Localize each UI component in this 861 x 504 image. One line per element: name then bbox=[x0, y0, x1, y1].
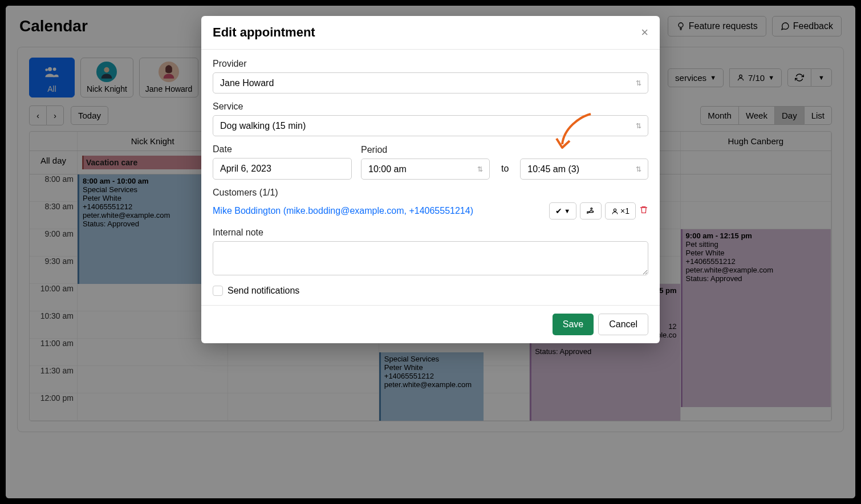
note-label: Internal note bbox=[213, 227, 648, 238]
customer-delete-button[interactable] bbox=[639, 205, 648, 217]
cancel-button[interactable]: Cancel bbox=[598, 314, 648, 335]
user-icon bbox=[611, 208, 619, 215]
send-notifications-label: Send notifications bbox=[228, 286, 299, 296]
note-textarea[interactable] bbox=[213, 241, 648, 275]
customer-payment-button[interactable] bbox=[580, 202, 602, 220]
chevron-down-icon: ▼ bbox=[564, 208, 570, 214]
period-end-select[interactable]: 10:45 am (3) bbox=[520, 158, 648, 180]
service-label: Service bbox=[213, 101, 648, 112]
customer-count-label: ×1 bbox=[620, 206, 629, 216]
save-button[interactable]: Save bbox=[553, 314, 594, 335]
send-notifications-checkbox[interactable] bbox=[213, 286, 223, 296]
provider-label: Provider bbox=[213, 59, 648, 69]
modal-title: Edit appointment bbox=[213, 25, 315, 40]
svg-point-8 bbox=[614, 209, 616, 211]
period-to-label: to bbox=[499, 164, 511, 180]
provider-select[interactable]: Jane Howard bbox=[213, 72, 648, 94]
customers-label: Customers (1/1) bbox=[213, 188, 648, 198]
check-icon: ✔ bbox=[555, 206, 562, 216]
svg-point-7 bbox=[591, 208, 592, 210]
period-label: Period bbox=[361, 145, 490, 155]
customer-link[interactable]: Mike Boddington (mike.bodding@example.co… bbox=[213, 206, 473, 216]
date-label: Date bbox=[213, 144, 352, 155]
close-icon: × bbox=[641, 25, 648, 39]
date-input[interactable] bbox=[213, 158, 352, 180]
service-select[interactable]: Dog walking (15 min) bbox=[213, 115, 648, 136]
modal-close-button[interactable]: × bbox=[641, 25, 648, 40]
trash-icon bbox=[639, 205, 648, 214]
customer-status-button[interactable]: ✔ ▼ bbox=[549, 202, 576, 220]
hand-money-icon bbox=[586, 206, 595, 216]
edit-appointment-modal: Edit appointment × Provider Jane Howard … bbox=[201, 16, 660, 343]
period-start-select[interactable]: 10:00 am bbox=[361, 158, 490, 180]
customer-count-button[interactable]: ×1 bbox=[605, 202, 636, 220]
